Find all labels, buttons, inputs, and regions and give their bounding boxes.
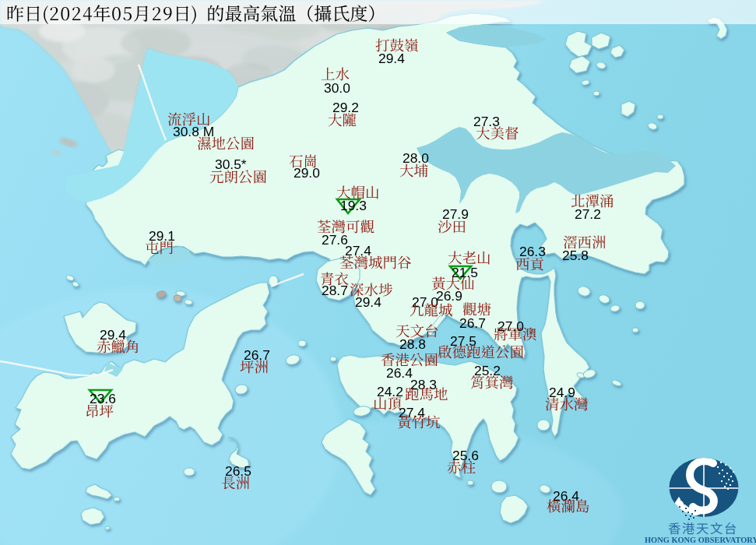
svg-text:27.0: 27.0 <box>412 294 438 310</box>
svg-text:HONG KONG OBSERVATORY: HONG KONG OBSERVATORY <box>645 536 756 544</box>
svg-text:27.4: 27.4 <box>399 405 425 420</box>
svg-text:27.5: 27.5 <box>450 333 476 349</box>
svg-text:19.3: 19.3 <box>340 198 367 213</box>
svg-text:21.5: 21.5 <box>452 265 478 280</box>
svg-text:27.9: 27.9 <box>442 206 469 222</box>
svg-text:28.7: 28.7 <box>322 283 348 298</box>
svg-text:26.9: 26.9 <box>436 288 462 304</box>
svg-text:26.3: 26.3 <box>519 244 546 259</box>
svg-text:27.2: 27.2 <box>575 206 601 222</box>
svg-text:28.8: 28.8 <box>399 336 426 352</box>
svg-text:24.2: 24.2 <box>377 384 403 399</box>
svg-text:27.6: 27.6 <box>322 232 348 248</box>
svg-text:26.7: 26.7 <box>459 315 486 331</box>
svg-text:28.0: 28.0 <box>403 150 429 166</box>
svg-text:28.3: 28.3 <box>410 377 437 392</box>
svg-text:27.0: 27.0 <box>498 318 524 334</box>
svg-text:30.0: 30.0 <box>324 80 350 96</box>
svg-text:25.2: 25.2 <box>474 363 501 378</box>
svg-text:23.6: 23.6 <box>90 391 116 406</box>
svg-text:29.4: 29.4 <box>355 294 382 310</box>
svg-text:30.5*: 30.5* <box>215 156 247 172</box>
svg-text:30.8 M: 30.8 M <box>173 124 214 139</box>
svg-text:27.4: 27.4 <box>345 243 371 258</box>
svg-text:27.3: 27.3 <box>473 114 500 129</box>
svg-text:29.4: 29.4 <box>378 51 405 66</box>
svg-text:29.2: 29.2 <box>332 100 359 115</box>
svg-text:29.0: 29.0 <box>294 165 320 181</box>
svg-text:25.8: 25.8 <box>562 248 589 263</box>
svg-text:26.4: 26.4 <box>386 365 413 381</box>
svg-text:24.9: 24.9 <box>549 385 575 400</box>
svg-text:26.4: 26.4 <box>553 488 579 504</box>
